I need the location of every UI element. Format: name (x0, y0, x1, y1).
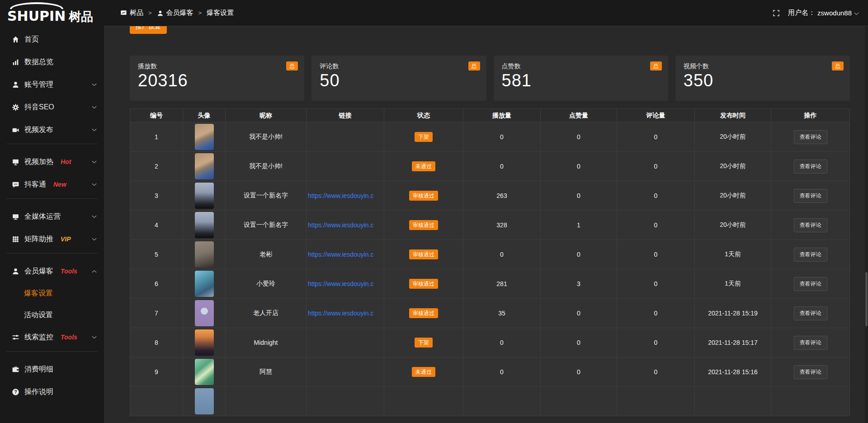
cell-plays (463, 387, 541, 416)
view-comments-button[interactable]: 查看评论 (794, 130, 827, 144)
sidebar-item-omni-media[interactable]: 全媒体运营 (0, 205, 104, 228)
username-label: 用户名： (788, 9, 815, 17)
column-header: 编号 (130, 109, 183, 122)
user-icon (157, 9, 164, 16)
video-link[interactable]: https://www.iesdouyin.c (307, 251, 384, 258)
sidebar-item-video-heating[interactable]: 视频加热Hot (0, 150, 104, 173)
cell-time: 1天前 (695, 269, 771, 299)
cell-id (130, 387, 183, 416)
cell-link: https://www.iesdouyin.c (307, 211, 384, 240)
avatar (195, 153, 214, 179)
wallet-icon (12, 366, 19, 373)
sidebar-item-clue-monitor[interactable]: 线索监控Tools (0, 326, 104, 348)
cell-likes: 0 (541, 122, 617, 152)
total-badge: 总 (650, 61, 662, 70)
cell-action: 查看评论 (771, 211, 850, 240)
cell-avatar (183, 299, 226, 328)
cell-time: 2021-11-28 15:19 (695, 299, 771, 328)
page-scrollbar[interactable] (865, 26, 868, 423)
member-icon (12, 268, 19, 275)
cell-status: 未通过 (384, 357, 463, 387)
cell-link (307, 387, 384, 416)
view-comments-button[interactable]: 查看评论 (794, 218, 827, 232)
sidebar-badge-vip: VIP (61, 235, 71, 243)
cell-id: 5 (130, 240, 183, 269)
user-menu[interactable]: 用户名：zswodun88 (788, 9, 859, 17)
total-badge: 总 (468, 61, 480, 70)
avatar (195, 183, 214, 209)
cell-comments (617, 387, 695, 416)
view-comments-button[interactable]: 查看评论 (794, 189, 827, 203)
status-badge: 下架 (415, 132, 433, 142)
view-comments-button[interactable]: 查看评论 (794, 365, 827, 379)
breadcrumb-item-1[interactable]: 树品 (120, 9, 143, 17)
cell-plays: 35 (463, 299, 541, 328)
status-badge: 下架 (415, 338, 433, 348)
sidebar-item-consumption-details[interactable]: 消费明细 (0, 358, 104, 381)
video-link[interactable]: https://www.iesdouyin.c (307, 310, 384, 317)
username-value: zswodun88 (817, 9, 852, 17)
view-comments-button[interactable]: 查看评论 (794, 306, 827, 320)
fullscreen-icon[interactable] (773, 9, 780, 17)
sidebar-item-label: 账号管理 (24, 80, 53, 89)
cell-link (307, 357, 384, 387)
scrollbar-thumb[interactable] (865, 272, 868, 326)
gear-icon (12, 103, 19, 111)
sidebar-divider (6, 253, 98, 254)
sidebar-subitem-baoke-settings[interactable]: 爆客设置 (0, 282, 104, 304)
view-comments-button[interactable]: 查看评论 (794, 248, 827, 262)
cell-nickname: 阿慧 (226, 357, 307, 387)
cell-nickname: 设置一个新名字 (226, 181, 307, 211)
cell-comments: 0 (617, 240, 695, 269)
video-link[interactable]: https://www.iesdouyin.c (307, 280, 384, 287)
table-row: 4 设置一个新名字 https://www.iesdouyin.c 审核通过 3… (130, 211, 850, 240)
view-comments-button[interactable]: 查看评论 (794, 336, 827, 350)
screen-icon (12, 213, 19, 221)
cell-link: https://www.iesdouyin.c (307, 269, 384, 299)
sidebar-item-douketong[interactable]: 抖客通New (0, 173, 104, 196)
cell-action: 查看评论 (771, 357, 850, 387)
table-row: 8 Midnight 下架 0 0 0 2021-11-28 15:17 查看评… (130, 328, 850, 357)
sidebar-item-douyin-seo[interactable]: 抖音SEO (0, 96, 104, 118)
status-badge: 审核通过 (409, 279, 438, 289)
table-row: 7 老人开店 https://www.iesdouyin.c 审核通过 35 0… (130, 299, 850, 328)
cell-link (307, 122, 384, 152)
sidebar-subitem-activity-settings[interactable]: 活动设置 (0, 304, 104, 326)
stat-value: 350 (684, 71, 842, 90)
sidebar-item-matrix-boost[interactable]: 矩阵助推VIP (0, 228, 104, 250)
sidebar-item-data-overview[interactable]: 数据总览 (0, 51, 104, 73)
logo-text-cn: 树品 (69, 10, 93, 24)
main-content: 推广设置 播放数 20316 总 评论数 50 总 点赞数 581 总 视频个数… (104, 0, 868, 416)
sidebar-item-video-publish[interactable]: 视频发布 (0, 118, 104, 141)
header-right: 用户名：zswodun88 (773, 9, 859, 17)
video-link[interactable]: https://www.iesdouyin.c (307, 192, 384, 199)
top-header-bar: 树品>会员爆客>爆客设置 用户名：zswodun88 (104, 0, 868, 26)
sidebar-badge-new: New (53, 181, 66, 188)
sidebar-item-label: 操作说明 (24, 387, 53, 397)
cell-link: https://www.iesdouyin.c (307, 240, 384, 269)
logo-text-en: SHUPIN (7, 8, 66, 24)
cell-avatar (183, 357, 226, 387)
breadcrumb-item-2[interactable]: 会员爆客 (157, 9, 193, 17)
sidebar-item-home[interactable]: 首页 (0, 28, 104, 51)
home-icon (12, 36, 19, 43)
sidebar-item-member-baoke[interactable]: 会员爆客Tools (0, 260, 104, 282)
sidebar-badge-tools: Tools (61, 334, 77, 341)
stat-card-1: 播放数 20316 总 (130, 56, 304, 101)
video-link[interactable]: https://www.iesdouyin.c (307, 221, 384, 229)
status-badge: 未通过 (412, 161, 435, 171)
chevron-down-icon (92, 128, 97, 132)
chat-icon (12, 181, 19, 188)
view-comments-button[interactable]: 查看评论 (794, 277, 827, 291)
view-comments-button[interactable]: 查看评论 (794, 160, 827, 174)
cell-status: 审核通过 (384, 240, 463, 269)
stat-label: 播放数 (138, 62, 296, 70)
sidebar-item-operation-guide[interactable]: ?操作说明 (0, 381, 104, 403)
cell-action: 查看评论 (771, 269, 850, 299)
column-header: 发布时间 (695, 109, 771, 122)
svg-text:?: ? (14, 390, 17, 395)
avatar (195, 241, 214, 268)
sidebar-item-account-management[interactable]: 账号管理 (0, 73, 104, 96)
cell-id: 6 (130, 269, 183, 299)
video-table: 编号头像昵称链接状态播放量点赞量评论量发布时间操作 1 我不是小帅! 下架 0 … (130, 108, 850, 416)
